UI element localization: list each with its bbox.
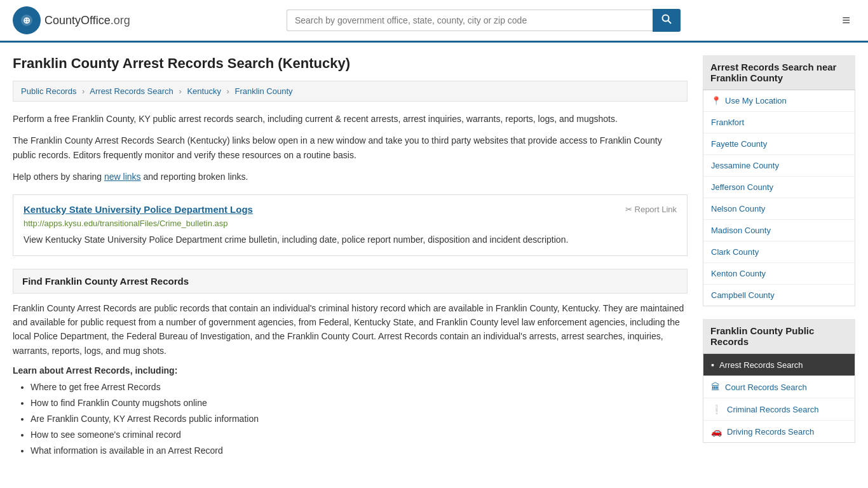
link-card-description: View Kentucky State University Police De… (24, 233, 677, 247)
list-item: Clark County (703, 241, 855, 263)
list-item: Are Franklin County, KY Arrest Records p… (31, 412, 688, 426)
nearby-fayette-county[interactable]: Fayette County (703, 133, 855, 154)
menu-button[interactable]: ≡ (837, 10, 855, 31)
page-content: Franklin County Arrest Records Search (K… (0, 43, 868, 473)
new-links-link[interactable]: new links (104, 172, 141, 182)
nearby-section-title: Arrest Records Search near Franklin Coun… (703, 55, 855, 90)
main-column: Franklin County Arrest Records Search (K… (13, 55, 703, 460)
list-item: Campbell County (703, 285, 855, 306)
description-3: Help others by sharing new links and rep… (13, 170, 688, 184)
list-item: Madison County (703, 220, 855, 241)
breadcrumb-arrest-records[interactable]: Arrest Records Search (90, 86, 173, 96)
link-card-header: Kentucky State University Police Departm… (24, 204, 677, 215)
list-item: How to see someone's criminal record (31, 428, 688, 442)
list-item: How to find Franklin County mugshots onl… (31, 396, 688, 410)
link-card: Kentucky State University Police Departm… (13, 194, 688, 256)
list-item: Nelson County (703, 198, 855, 220)
nearby-frankfort[interactable]: Frankfort (703, 112, 855, 133)
link-card-title[interactable]: Kentucky State University Police Departm… (24, 204, 253, 215)
nearby-nelson-county[interactable]: Nelson County (703, 198, 855, 219)
logo-icon: ⊕ (13, 6, 41, 34)
list-item: ❕ Criminal Records Search (703, 398, 855, 421)
search-button[interactable] (653, 9, 681, 32)
learn-list-title: Learn about Arrest Records, including: (13, 365, 688, 376)
breadcrumb-franklin-county[interactable]: Franklin County (234, 86, 292, 96)
public-record-arrest-search[interactable]: ▪ Arrest Records Search (703, 354, 855, 376)
nearby-campbell-county[interactable]: Campbell County (703, 285, 855, 306)
public-records-list: ▪ Arrest Records Search 🏛 Court Records … (703, 354, 855, 443)
nearby-kenton-county[interactable]: Kenton County (703, 263, 855, 284)
list-item: Where to get free Arrest Records (31, 381, 688, 394)
list-item: What information is available in an Arre… (31, 444, 688, 458)
report-link-button[interactable]: ✂ Report Link (625, 205, 677, 214)
court-records-icon: 🏛 (711, 382, 720, 392)
find-section-box: Find Franklin County Arrest Records (13, 269, 688, 294)
logo-area: ⊕ CountyOffice.org (13, 6, 130, 34)
breadcrumb-kentucky[interactable]: Kentucky (187, 86, 220, 96)
nearby-jessamine-county[interactable]: Jessamine County (703, 155, 855, 176)
description-1: Perform a free Franklin County, KY publi… (13, 112, 688, 126)
list-item: Kenton County (703, 263, 855, 285)
find-section-title: Find Franklin County Arrest Records (22, 276, 189, 287)
arrest-records-icon: ▪ (711, 360, 714, 370)
list-item: ▪ Arrest Records Search (703, 354, 855, 376)
nearby-madison-county[interactable]: Madison County (703, 220, 855, 241)
breadcrumb: Public Records › Arrest Records Search ›… (13, 81, 688, 102)
list-item: 📍 Use My Location (703, 90, 855, 112)
list-item: Fayette County (703, 133, 855, 155)
svg-line-4 (668, 21, 671, 24)
nearby-links-list: 📍 Use My Location Frankfort Fayette Coun… (703, 90, 855, 306)
location-pin-icon: 📍 (711, 96, 721, 105)
link-card-url[interactable]: http://apps.kysu.edu/transitionalFiles/C… (24, 219, 677, 228)
list-item: Frankfort (703, 112, 855, 133)
logo-text: CountyOffice.org (44, 14, 130, 27)
svg-text:⊕: ⊕ (23, 15, 31, 25)
public-record-driving-search[interactable]: 🚗 Driving Records Search (703, 421, 855, 442)
list-item: Jessamine County (703, 155, 855, 177)
list-item: Jefferson County (703, 177, 855, 198)
learn-list: Where to get free Arrest Records How to … (13, 381, 688, 458)
search-area (287, 9, 681, 32)
nearby-use-my-location[interactable]: 📍 Use My Location (703, 90, 855, 111)
nearby-clark-county[interactable]: Clark County (703, 241, 855, 262)
svg-point-3 (662, 15, 668, 22)
public-records-section: Franklin County Public Records ▪ Arrest … (703, 319, 855, 443)
search-input[interactable] (287, 10, 653, 31)
public-record-court-search[interactable]: 🏛 Court Records Search (703, 376, 855, 398)
list-item: 🏛 Court Records Search (703, 376, 855, 398)
find-body-text: Franklin County Arrest Records are publi… (13, 301, 688, 358)
list-item: 🚗 Driving Records Search (703, 421, 855, 442)
scissors-icon: ✂ (625, 205, 632, 214)
nearby-section: Arrest Records Search near Franklin Coun… (703, 55, 855, 306)
nearby-jefferson-county[interactable]: Jefferson County (703, 177, 855, 198)
public-records-section-title: Franklin County Public Records (703, 319, 855, 354)
criminal-records-icon: ❕ (711, 404, 722, 414)
driving-records-icon: 🚗 (711, 426, 722, 437)
page-title: Franklin County Arrest Records Search (K… (13, 55, 688, 72)
breadcrumb-public-records[interactable]: Public Records (21, 86, 76, 96)
site-header: ⊕ CountyOffice.org ≡ (0, 0, 868, 43)
description-2: The Franklin County Arrest Records Searc… (13, 133, 688, 162)
sidebar: Arrest Records Search near Franklin Coun… (703, 55, 855, 460)
description-section: Perform a free Franklin County, KY publi… (13, 112, 688, 184)
public-record-criminal-search[interactable]: ❕ Criminal Records Search (703, 398, 855, 420)
